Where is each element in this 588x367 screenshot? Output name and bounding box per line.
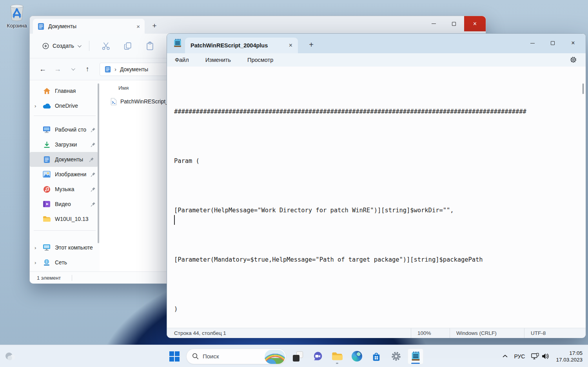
up-button[interactable]: ↑	[81, 63, 94, 76]
explorer-close-button[interactable]: ×	[464, 16, 486, 31]
sidebar-item-desktop[interactable]: Рабочий сто	[30, 122, 100, 137]
notepad-minimize-button[interactable]	[522, 34, 543, 52]
sidebar-item-music[interactable]: Музыка	[30, 182, 100, 197]
explorer-new-tab-button[interactable]: +	[149, 20, 160, 32]
active-indicator	[411, 363, 420, 364]
sidebar-item-videos[interactable]: Видео	[30, 197, 100, 212]
weather-widget[interactable]	[4, 351, 17, 362]
menu-view[interactable]: Просмотр	[247, 57, 273, 63]
sidebar-item-this-pc[interactable]: › Этот компьюте	[30, 240, 100, 255]
notepad-close-button[interactable]: ×	[563, 34, 583, 52]
search-input[interactable]	[203, 353, 258, 360]
explorer-sidebar: Главная › OneDrive Рабочий сто Загрузки	[30, 80, 100, 271]
sidebar-item-pictures[interactable]: Изображени	[30, 167, 100, 182]
explorer-tab-documents[interactable]: Документы ×	[33, 19, 145, 34]
cursor-position: Строка 44, столбец 1	[167, 330, 226, 336]
network-tray-button[interactable]	[528, 349, 541, 364]
language-indicator[interactable]: РУС	[511, 349, 528, 364]
sidebar-item-onedrive[interactable]: › OneDrive	[30, 98, 100, 113]
explorer-minimize-button[interactable]	[423, 16, 444, 31]
network-icon	[42, 258, 51, 267]
status-divider	[72, 275, 72, 281]
code-line: Param (	[174, 153, 586, 169]
sidebar-item-folder-w10ui[interactable]: W10UI_10.13	[30, 212, 100, 226]
folder-icon	[42, 215, 51, 223]
music-icon	[42, 185, 51, 193]
code-line: [Parameter(HelpMessage="Work Directory f…	[174, 202, 586, 219]
new-item-button[interactable]: Создать	[38, 40, 85, 52]
editor-scrollbar[interactable]	[583, 83, 584, 94]
clock-date: 17.03.2023	[556, 356, 583, 363]
sidebar-item-label: Рабочий сто	[55, 127, 86, 133]
home-icon	[42, 87, 51, 95]
task-view-button[interactable]	[290, 349, 306, 364]
expand-chevron-icon[interactable]: ›	[34, 260, 42, 266]
pin-icon	[91, 202, 96, 207]
explorer-tab-close-icon[interactable]: ×	[136, 23, 140, 30]
code-line: )	[174, 301, 586, 317]
documents-icon	[38, 23, 44, 30]
volume-tray-button[interactable]	[541, 349, 553, 364]
copy-button[interactable]	[123, 41, 132, 51]
explorer-maximize-button[interactable]	[444, 16, 464, 31]
sidebar-item-downloads[interactable]: Загрузки	[30, 137, 100, 152]
sidebar-item-documents[interactable]: Документы	[30, 152, 98, 167]
documents-icon	[105, 66, 111, 73]
sidebar-scrollbar[interactable]	[98, 83, 99, 243]
clock[interactable]: 17:05 17.03.2023	[553, 350, 583, 363]
running-indicator	[336, 363, 338, 364]
notepad-editor[interactable]: ########################################…	[167, 67, 586, 328]
expand-chevron-icon[interactable]: ›	[34, 245, 42, 251]
sidebar-item-home[interactable]: Главная	[30, 83, 100, 98]
pin-icon	[91, 172, 96, 177]
notepad-menu-bar: Файл Изменить Просмотр	[167, 53, 586, 67]
sidebar-item-label: Этот компьюте	[55, 244, 93, 251]
settings-gear-icon[interactable]	[570, 56, 577, 63]
back-button[interactable]: ←	[36, 63, 49, 76]
recycle-bin-shortcut[interactable]: Корзина	[5, 3, 29, 29]
taskbar-search[interactable]	[186, 349, 286, 364]
scissors-icon	[102, 42, 111, 51]
encoding: UTF-8	[524, 328, 586, 338]
edge-button[interactable]	[349, 349, 365, 364]
explorer-tab-strip[interactable]: Документы × + ×	[30, 16, 486, 34]
notepad-tab[interactable]: PatchWinREScript_2004plus ×	[185, 38, 298, 53]
file-name: PatchWinREScript_	[120, 98, 169, 105]
pin-icon	[91, 142, 96, 147]
notepad-maximize-button[interactable]	[543, 34, 563, 52]
zoom-level[interactable]: 100%	[411, 328, 450, 338]
explorer-tab-title: Документы	[48, 23, 76, 29]
folder-icon	[332, 352, 343, 361]
toolbar-divider	[89, 41, 89, 51]
chat-button[interactable]	[310, 349, 325, 364]
code-line: [Parameter(Mandatory=$true,HelpMessage="…	[174, 251, 586, 268]
sidebar-item-network[interactable]: › Сеть	[30, 255, 100, 270]
sidebar-item-label: Главная	[55, 88, 76, 94]
paste-button[interactable]	[145, 41, 154, 51]
notepad-title-bar[interactable]: PatchWinREScript_2004plus × + ×	[167, 34, 586, 53]
settings-button[interactable]	[388, 349, 404, 364]
notepad-taskbar-button[interactable]	[408, 349, 423, 364]
search-highlight-image[interactable]	[265, 350, 285, 364]
menu-edit[interactable]: Изменить	[205, 57, 231, 63]
new-item-label: Создать	[53, 43, 74, 49]
notepad-tab-close-icon[interactable]: ×	[289, 42, 292, 49]
microsoft-store-button[interactable]	[368, 349, 384, 364]
this-pc-icon	[42, 243, 51, 252]
file-explorer-button[interactable]	[329, 349, 345, 364]
search-icon	[192, 353, 199, 360]
forward-button[interactable]: →	[51, 63, 64, 76]
documents-icon	[42, 155, 51, 164]
tray-show-hidden-button[interactable]	[499, 349, 511, 364]
expand-chevron-icon[interactable]: ›	[34, 103, 42, 109]
recent-locations-button[interactable]	[66, 63, 79, 76]
notepad-new-tab-button[interactable]: +	[305, 38, 318, 51]
start-button[interactable]	[167, 349, 182, 364]
notepad-tab-title: PatchWinREScript_2004plus	[191, 42, 268, 49]
cut-button[interactable]	[101, 41, 111, 51]
downloads-icon	[42, 140, 51, 149]
breadcrumb[interactable]: Документы	[120, 66, 148, 72]
edge-icon	[352, 351, 362, 362]
sidebar-item-label: Документы	[55, 156, 83, 163]
menu-file[interactable]: Файл	[175, 57, 189, 63]
